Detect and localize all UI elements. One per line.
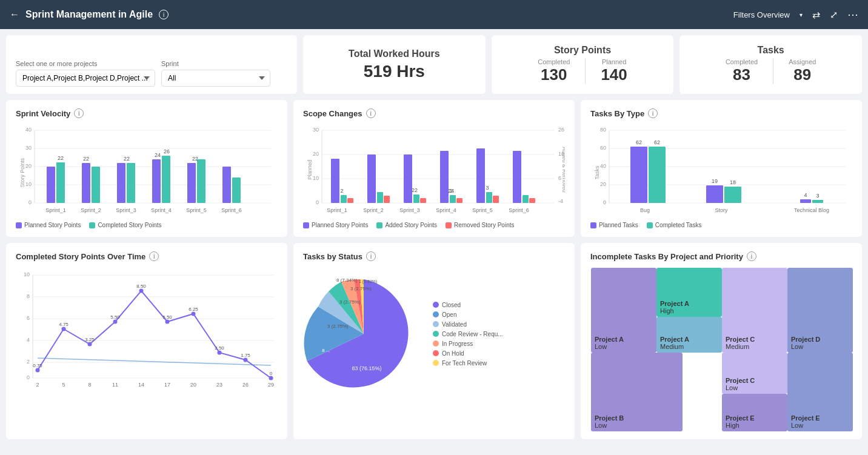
- data-point: [165, 320, 170, 324]
- story-completed-label: Completed: [538, 58, 570, 65]
- svg-text:8 ...: 8 ...: [322, 348, 330, 353]
- svg-text:-4: -4: [558, 198, 563, 204]
- top-bar-left: ← Sprint Management in Agile i: [10, 9, 169, 20]
- svg-text:11: 11: [112, 382, 118, 388]
- completed-story-points-card: Completed Story Points Over Time i 10 8 …: [6, 243, 287, 439]
- treemap-cell-2[interactable]: Project CMedium: [722, 268, 787, 353]
- legend-open: Open: [433, 311, 503, 318]
- chevron-down-icon[interactable]: ▾: [800, 12, 803, 18]
- data-point: [218, 351, 222, 355]
- data-point: [244, 358, 248, 362]
- incomplete-tasks-card: Incomplete Tasks By Project and Priority…: [581, 243, 862, 439]
- svg-text:1.75: 1.75: [241, 353, 250, 358]
- svg-rect-58: [404, 154, 412, 203]
- story-planned-label: Planned: [602, 58, 626, 65]
- svg-rect-21: [127, 163, 135, 203]
- treemap-cell-6[interactable]: Project CLow: [722, 353, 787, 394]
- tasks-by-status-info-icon[interactable]: i: [366, 251, 376, 261]
- svg-rect-63: [440, 151, 449, 203]
- closed-dot: [433, 302, 439, 308]
- treemap-cell-7[interactable]: Project EHigh: [722, 394, 787, 431]
- compare-icon[interactable]: ⇄: [812, 9, 820, 21]
- svg-rect-70: [486, 192, 492, 203]
- title-info-icon[interactable]: i: [159, 10, 169, 19]
- svg-text:22: 22: [412, 187, 418, 193]
- sprint-velocity-info-icon[interactable]: i: [74, 108, 84, 118]
- main-content: Select one or more projects Project A,Pr…: [0, 29, 868, 445]
- sprint-filter-select[interactable]: All: [161, 70, 270, 87]
- svg-text:Sprint_3: Sprint_3: [116, 207, 136, 213]
- svg-text:62: 62: [636, 139, 642, 145]
- completed-story-points-chart: 10 8 6 4 2 0: [16, 267, 278, 388]
- open-dot: [433, 311, 439, 317]
- data-point: [192, 312, 196, 316]
- project-filter-select[interactable]: Project A,Project B,Project D,Project ..…: [16, 70, 155, 87]
- story-points-planned: Planned 140: [601, 58, 627, 84]
- treemap-cell-1[interactable]: Project AHigh: [656, 268, 722, 317]
- tasks-by-type-info-icon[interactable]: i: [648, 108, 658, 118]
- svg-text:3.25: 3.25: [85, 337, 95, 342]
- treemap-cell-0[interactable]: Project ALow: [591, 268, 656, 353]
- tbt-planned-dot: [590, 222, 596, 228]
- pie-chart: 83 (76.15%) 8 ... 3 (2.75%) 3 (2.75%) 3 …: [303, 273, 424, 394]
- data-point: [36, 368, 40, 373]
- pie-legend: Closed Open Validated Code Review - Requ…: [433, 302, 503, 367]
- story-points-title: Story Points: [554, 45, 611, 56]
- legend-on-hold: On Hold: [433, 350, 503, 357]
- filters-overview-button[interactable]: Filters Overview: [733, 10, 790, 19]
- expand-icon[interactable]: ⤢: [830, 9, 838, 21]
- svg-text:8: 8: [27, 293, 30, 299]
- legend-in-progress: In Progress: [433, 340, 503, 347]
- treemap-cell-3[interactable]: Project DLow: [787, 268, 853, 353]
- legend-tbt-completed: Completed Tasks: [647, 222, 702, 228]
- svg-text:Story Points: Story Points: [19, 158, 25, 187]
- sprint-velocity-title: Sprint Velocity i: [16, 108, 278, 118]
- svg-text:20: 20: [600, 181, 606, 187]
- tbt-completed-dot: [647, 222, 653, 228]
- svg-rect-20: [117, 163, 125, 203]
- svg-text:26: 26: [558, 127, 564, 133]
- story-completed-value: 130: [541, 65, 567, 84]
- svg-rect-59: [413, 194, 419, 203]
- svg-text:26: 26: [242, 382, 249, 388]
- svg-rect-55: [377, 192, 383, 203]
- tasks-assigned: Assigned 89: [789, 58, 816, 84]
- svg-text:Sprint_4: Sprint_4: [151, 207, 172, 213]
- planned-dot: [16, 222, 22, 228]
- svg-text:83 (76.15%): 83 (76.15%): [352, 365, 381, 371]
- story-points-completed: Completed 130: [538, 58, 570, 84]
- svg-rect-16: [82, 163, 90, 203]
- svg-text:0: 0: [27, 374, 30, 380]
- treemap-cell-5[interactable]: Project BLow: [591, 353, 683, 431]
- treemap-cell-8[interactable]: Project ELow: [787, 353, 853, 431]
- svg-text:3: 3: [486, 185, 489, 191]
- svg-text:0: 0: [270, 371, 273, 376]
- incomplete-tasks-title: Incomplete Tasks By Project and Priority…: [590, 251, 852, 261]
- legend-planned: Planned Story Points: [16, 222, 81, 228]
- svg-rect-92: [630, 147, 647, 203]
- legend-completed: Completed Story Points: [89, 222, 161, 228]
- tasks-by-type-title: Tasks By Type i: [590, 108, 852, 118]
- kpi-divider: [585, 58, 586, 84]
- svg-text:20: 20: [190, 382, 196, 388]
- svg-rect-54: [367, 154, 376, 203]
- svg-rect-69: [476, 148, 485, 203]
- back-icon[interactable]: ←: [10, 9, 19, 20]
- more-icon[interactable]: ⋯: [847, 8, 858, 21]
- svg-text:0: 0: [603, 199, 606, 205]
- svg-text:23: 23: [216, 382, 222, 388]
- incomplete-tasks-info-icon[interactable]: i: [747, 251, 756, 261]
- sc-removed-dot: [446, 222, 452, 228]
- code-review-dot: [433, 331, 439, 337]
- treemap-cell-4[interactable]: Project AMedium: [656, 317, 722, 353]
- story-points-split: Completed 130 Planned 140: [504, 58, 662, 84]
- svg-text:Added & Removed: Added & Removed: [561, 147, 565, 193]
- svg-rect-75: [522, 195, 529, 203]
- scope-changes-info-icon[interactable]: i: [366, 108, 376, 118]
- csp-info-icon[interactable]: i: [149, 251, 159, 261]
- svg-text:8 (7.34%): 8 (7.34%): [336, 277, 358, 283]
- svg-text:10: 10: [24, 271, 30, 277]
- svg-text:8: 8: [88, 382, 91, 388]
- svg-rect-17: [92, 167, 100, 203]
- svg-text:Sprint_1: Sprint_1: [45, 207, 66, 213]
